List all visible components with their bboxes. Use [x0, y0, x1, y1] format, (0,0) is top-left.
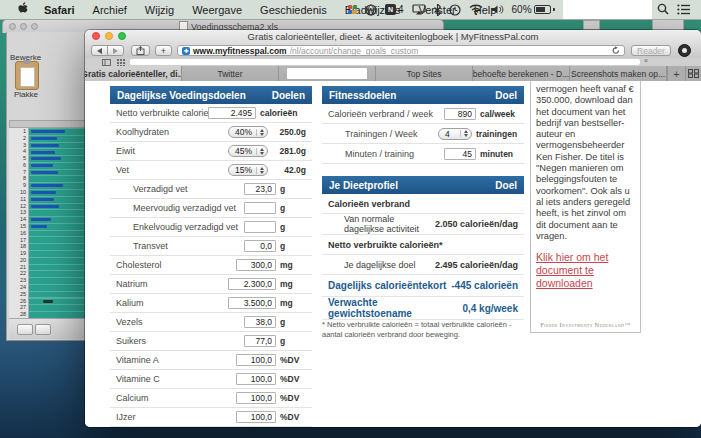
apple-menu[interactable] — [12, 2, 35, 17]
fiber-input[interactable] — [244, 316, 276, 328]
redacted-tab-title — [287, 68, 367, 79]
row-label: Natrium — [116, 279, 228, 289]
tab-redacted[interactable] — [279, 66, 376, 81]
tab-screenshots[interactable]: Screenshots maken op... — [570, 66, 667, 81]
diet-profile-row: Van normale dagelijkse activiteit 2.050 … — [322, 214, 524, 235]
menu-item-geschiedenis[interactable]: Geschiedenis — [251, 4, 336, 16]
top-sites-icon[interactable] — [117, 59, 125, 66]
spreadsheet-column-header — [9, 120, 86, 128]
row-unit: cal/week — [480, 109, 518, 119]
page-content: Dagelijkse Voedingsdoelen Doelen Netto v… — [85, 81, 701, 427]
vitamin-c-input[interactable] — [236, 373, 276, 385]
protein-percent-stepper[interactable]: 45% — [228, 145, 268, 157]
clock-icon[interactable] — [449, 4, 461, 16]
nutrition-row: Koolhydraten 40% 250.0g — [110, 123, 312, 142]
spreadsheet-text-fragment — [31, 205, 59, 208]
sodium-input[interactable] — [228, 278, 276, 290]
sidebar-icon[interactable] — [102, 59, 111, 66]
diet-profile-goal-link[interactable]: Doel — [495, 180, 517, 191]
bluetooth-icon[interactable] — [434, 4, 441, 16]
net-calories-footnote: * Netto verbruikte calorieën = totaal ve… — [322, 320, 520, 339]
row-label: Meervoudig verzadigd vet — [116, 203, 244, 213]
menu-item-wijzig[interactable]: Wijzig — [136, 4, 183, 16]
spreadsheet-text-fragment — [31, 151, 55, 154]
row-label: Transvet — [116, 241, 244, 251]
tab-behoefte-berekenen[interactable]: behoefte berekenen - D... — [473, 66, 570, 81]
fitness-row: Minuten / training minuten — [322, 144, 524, 164]
share-button[interactable] — [131, 45, 150, 56]
wifi-icon[interactable] — [469, 4, 483, 15]
background-window-controls[interactable] — [9, 23, 38, 30]
polyunsaturated-fat-input[interactable] — [244, 202, 276, 214]
back-button[interactable] — [91, 45, 108, 56]
desktop: Safari Archief Wijzig Weergave Geschiede… — [0, 0, 701, 438]
stepper-arrows-icon — [256, 148, 264, 155]
row-label: Eiwit — [116, 146, 228, 156]
calories-burned-input[interactable] — [444, 108, 476, 120]
view-button[interactable] — [35, 324, 51, 335]
paste-icon[interactable] — [15, 61, 39, 90]
forward-button[interactable] — [107, 45, 124, 56]
vitamin-a-input[interactable] — [236, 354, 276, 366]
row-label: Vet — [116, 165, 228, 175]
window-titlebar[interactable]: Gratis calorieënteller, dieet- & activit… — [85, 30, 701, 44]
row-label: Netto verbruikte calorieën* — [116, 108, 208, 118]
new-tab-bar-button[interactable]: + — [667, 66, 686, 81]
globe-icon[interactable] — [365, 4, 377, 16]
nutrition-row: Eiwit 45% 281.0g — [110, 142, 312, 161]
fat-percent-stepper[interactable]: 15% — [228, 164, 268, 176]
net-calories-input[interactable] — [208, 107, 256, 119]
saturated-fat-input[interactable] — [244, 183, 276, 195]
menu-item-weergave[interactable]: Weergave — [183, 4, 251, 16]
row-unit: %DV — [280, 355, 306, 365]
extension-button[interactable] — [678, 44, 691, 57]
potassium-input[interactable] — [228, 297, 276, 309]
row-label: Calorieën verbrand / week — [328, 109, 444, 119]
diet-profile-header: Je Dieetprofiel Doel — [322, 176, 524, 194]
trans-fat-input[interactable] — [244, 240, 276, 252]
sugar-input[interactable] — [244, 335, 276, 347]
menu-item-archief[interactable]: Archief — [84, 4, 136, 16]
nutrition-row: Natrium mg — [110, 275, 312, 294]
volume-icon[interactable] — [491, 4, 504, 15]
spreadsheet-window[interactable]: Bewerke Plakke 1 2 3 4 5 6 7 8 9 10 11 1… — [6, 32, 86, 341]
battery-indicator[interactable]: 60% — [512, 4, 555, 15]
calcium-input[interactable] — [236, 392, 276, 404]
new-tab-button[interactable]: + — [155, 45, 172, 56]
menu-item-safari[interactable]: Safari — [35, 4, 84, 16]
close-icon[interactable]: × — [644, 57, 648, 64]
spotlight-icon[interactable] — [657, 3, 669, 15]
row-label: Suikers — [116, 336, 244, 346]
nutrition-goals-link[interactable]: Doelen — [272, 90, 305, 101]
view-button[interactable] — [17, 324, 33, 335]
pinwheel-icon[interactable] — [348, 5, 357, 14]
nutrition-row: IJzer %DV — [110, 408, 312, 427]
iron-input[interactable] — [236, 411, 276, 423]
airplay-icon[interactable] — [412, 4, 426, 15]
monounsaturated-fat-input[interactable] — [244, 221, 276, 233]
row-label: Koolhydraten — [116, 127, 228, 137]
minutes-per-workout-input[interactable] — [444, 148, 476, 160]
workouts-per-week-stepper[interactable]: 4 — [438, 128, 472, 140]
fitness-goal-link[interactable]: Doel — [495, 90, 517, 101]
tab-overview-button[interactable] — [686, 66, 701, 81]
tab-twitter[interactable]: Twitter — [182, 66, 279, 81]
app-n-icon[interactable]: N — [385, 4, 396, 15]
ad-download-link[interactable]: Klik hier om het document te downloaden — [536, 251, 635, 290]
browser-toolbar: + ✚ www.myfitnesspal.com /nl/account/cha… — [85, 43, 701, 59]
fitness-row: Trainingen / Week 4 trainingen — [322, 124, 524, 144]
tab-myfitnesspal[interactable]: Gratis calorieënteller, di... — [85, 66, 182, 81]
cholesterol-input[interactable] — [236, 259, 276, 271]
redacted-favorites-content — [130, 59, 640, 65]
address-bar[interactable]: ✚ www.myfitnesspal.com /nl/account/chang… — [177, 45, 625, 56]
back-icon — [97, 48, 102, 54]
row-unit: calorieën — [260, 108, 306, 118]
reload-icon[interactable] — [612, 46, 620, 55]
tab-top-sites[interactable]: Top Sites — [376, 66, 473, 81]
carbs-percent-stepper[interactable]: 40% — [228, 126, 268, 138]
spreadsheet-cells[interactable] — [29, 128, 86, 318]
row-label: Kalium — [116, 298, 228, 308]
expected-weight-gain-row: Verwachte gewichtstoename 0,4 kg/week — [322, 297, 524, 320]
reader-button[interactable]: Reader — [631, 45, 671, 56]
notification-center-icon[interactable] — [677, 4, 690, 15]
